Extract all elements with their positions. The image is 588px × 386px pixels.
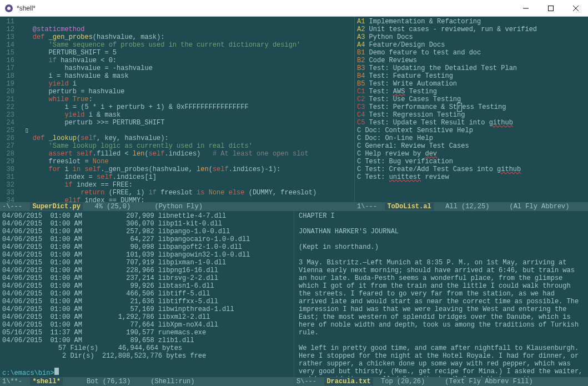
line-number: 26: [2, 134, 17, 142]
todo-tag: C: [357, 127, 361, 134]
todo-tag: C2: [357, 96, 365, 103]
todo-tag: C: [357, 166, 361, 173]
todo-tag: A2: [357, 26, 365, 33]
line-number: 20: [2, 88, 17, 96]
todo-tag: B2: [357, 57, 365, 64]
todo-tag: B5: [357, 80, 365, 88]
todo-tag: C3: [357, 103, 365, 111]
line-number: 32: [2, 181, 17, 189]
line-number: 33: [2, 189, 17, 197]
todo-tag: C: [357, 134, 361, 142]
todo-tag: A3: [357, 33, 365, 41]
todo-tag: B1: [357, 49, 365, 57]
todo-tag: A4: [357, 41, 365, 49]
todo-text: Feature/Design Docs: [369, 41, 445, 49]
line-number: 22: [2, 103, 17, 111]
todo-tag: B4: [357, 72, 365, 80]
todo-text: Test: Feature Testing: [369, 72, 453, 80]
dracula-text: CHAPTER I JONATHAN HARKER'S JOURNAL (Kep…: [294, 211, 588, 377]
todo-text: Test: Update Test Result into github: [369, 119, 513, 127]
line-number: 17: [2, 64, 17, 72]
shell-modeline: 1\**- *shell* Bot (76,13) (Shell:run): [0, 377, 294, 386]
todo-text: Test: AWS Testing: [369, 88, 437, 96]
todo-text: Doc: On-Line Help: [365, 134, 433, 142]
line-number: 12: [2, 26, 17, 33]
todo-text: General: Review Test Cases: [365, 142, 469, 150]
todo-text: Test: Write Automation: [369, 80, 457, 88]
line-number: 14: [2, 41, 17, 49]
line-number: 15: [2, 49, 17, 57]
code-modeline: -\--- SuperDict.py 4% (25,0) (Python Fly…: [0, 202, 354, 211]
shell-pane[interactable]: 04/06/2015 01:00 AM 207,909 libnettle-4-…: [0, 211, 294, 386]
line-number: 31: [2, 173, 17, 181]
todo-text: Help review by dev: [365, 150, 437, 158]
todo-text: Test: unittest review: [365, 173, 449, 181]
todo-tag: A1: [357, 18, 365, 26]
todo-text: Unit test cases - reviewed, run & verifi…: [369, 26, 537, 33]
line-number: 18: [2, 72, 17, 80]
line-number: 29: [2, 158, 17, 166]
line-number: 11: [2, 18, 17, 26]
svg-rect-3: [548, 6, 553, 11]
close-button[interactable]: [563, 0, 588, 17]
svg-point-1: [7, 7, 11, 10]
cursor: [54, 368, 59, 375]
titlebar: *shell*: [0, 0, 588, 17]
todo-text: Code Reviews: [369, 57, 417, 64]
line-number: 13: [2, 33, 17, 41]
line-number: 16: [2, 57, 17, 64]
minimize-button[interactable]: [513, 0, 538, 17]
line-number: 24: [2, 119, 17, 127]
shell-prompt: c:\emacs\bin>: [2, 369, 54, 377]
todo-text: Test: Performance & Stress Testing: [369, 103, 506, 112]
app-icon: [4, 4, 13, 13]
todo-text: Test: Bug verification: [365, 158, 453, 166]
todo-text: Doc: Context Sensitive Help: [365, 127, 473, 134]
line-number: 34: [2, 197, 17, 202]
todo-tag: B3: [357, 64, 365, 72]
todo-tag: C: [357, 173, 361, 181]
line-number: 23: [2, 111, 17, 119]
todo-text: Test: Use Cases Testing: [369, 96, 461, 103]
window-title: *shell*: [17, 4, 513, 12]
dracula-modeline: S\--- Dracula.txt Top (20,26) (Text Fly …: [294, 377, 588, 386]
line-number: 27: [2, 142, 17, 150]
todo-text: Demo feature to test and doc: [369, 49, 481, 57]
todo-tag: C: [357, 150, 361, 158]
todo-tag: C: [357, 158, 361, 166]
todo-pane[interactable]: A1 Implementation & Refactoring A2 Unit …: [355, 17, 588, 211]
code-pane[interactable]: 11 12 @staticmethod 13 def _gen_probes(h…: [0, 17, 354, 211]
line-number: 30: [2, 166, 17, 173]
dracula-pane[interactable]: CHAPTER I JONATHAN HARKER'S JOURNAL (Kep…: [294, 211, 588, 386]
todo-text: Test: Create/Add Test Cases into github: [365, 166, 521, 173]
todo-tag: C5: [357, 119, 365, 127]
todo-modeline: 1\--- ToDoList.al All (12,25) (Al Fly Ab…: [355, 202, 588, 211]
line-number: 28: [2, 150, 17, 158]
todo-tag: C4: [357, 111, 365, 119]
todo-text: Test: Regression Testing: [369, 111, 465, 119]
todo-tag: C: [357, 142, 361, 150]
todo-text: Test: Updating the Detailed Test Plan: [369, 64, 517, 72]
line-number: 25: [2, 127, 17, 134]
todo-text: Implementation & Refactoring: [369, 18, 481, 26]
todo-text: Python Docs: [369, 33, 413, 41]
maximize-button[interactable]: [538, 0, 563, 17]
line-number: 19: [2, 80, 17, 88]
todo-tag: C1: [357, 88, 365, 96]
line-number: 21: [2, 96, 17, 103]
